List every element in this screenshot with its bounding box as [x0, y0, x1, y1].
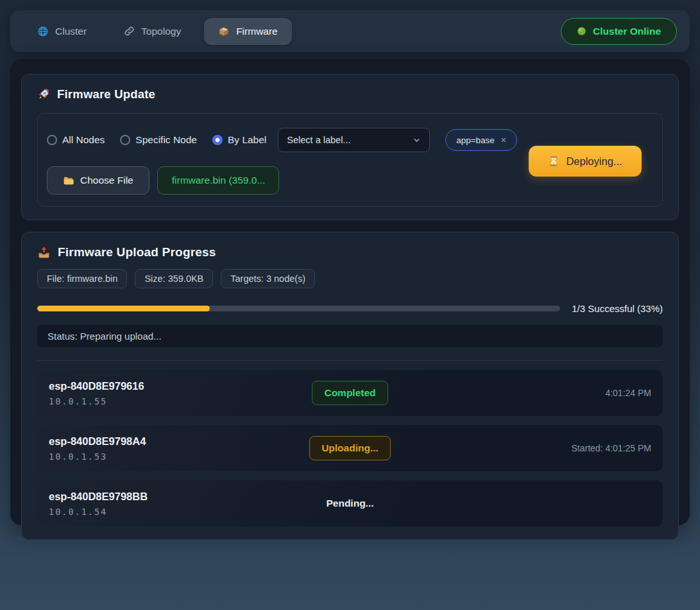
radio-specific-node-label: Specific Node [135, 134, 197, 146]
node-name: esp-840D8E979616 [49, 380, 250, 392]
chevron-down-icon [413, 136, 421, 144]
radio-specific-node-dot[interactable] [120, 135, 130, 145]
deploy-form-panel: All Nodes Specific Node By Label Select … [37, 113, 663, 207]
node-status-badge: Completed [312, 381, 388, 405]
radio-all-nodes-dot[interactable] [47, 135, 57, 145]
node-row-3: esp-840D8E9798BB 10.0.1.54 Pending... [37, 480, 663, 527]
meta-file-badge: File: firmware.bin [37, 269, 127, 288]
firmware-update-title: Firmware Update [37, 87, 663, 101]
outbox-tray-icon [37, 246, 51, 259]
upload-progress-title: Firmware Upload Progress [37, 245, 663, 259]
choose-file-button[interactable]: Choose File [47, 166, 149, 195]
node-ip: 10.0.1.54 [49, 507, 250, 517]
tab-cluster-label: Cluster [55, 26, 87, 37]
upload-status-message: Status: Preparing upload... [37, 325, 663, 347]
radio-all-nodes-label: All Nodes [62, 134, 105, 146]
deploy-button-label: Deploying... [566, 155, 622, 168]
meta-size-badge: Size: 359.0KB [135, 269, 213, 288]
top-nav: Cluster Topology Firmware [10, 10, 690, 52]
cluster-status-label: Cluster Online [593, 26, 661, 37]
radio-by-label[interactable]: By Label [212, 134, 266, 146]
target-mode-row: All Nodes Specific Node By Label Select … [47, 128, 517, 152]
label-tag-chip[interactable]: app=base × [445, 129, 517, 151]
label-tag-text: app=base [456, 135, 495, 145]
divider [37, 360, 663, 361]
node-row-2: esp-840D8E9798A4 10.0.1.53 Uploading... … [37, 425, 663, 471]
node-2-info: esp-840D8E9798A4 10.0.1.53 [49, 435, 250, 462]
upload-progress-title-text: Firmware Upload Progress [58, 245, 216, 259]
radio-by-label-label: By Label [228, 134, 266, 146]
node-status-badge: Uploading... [309, 436, 391, 460]
cluster-status-badge[interactable]: Cluster Online [561, 18, 677, 45]
meta-targets-badge: Targets: 3 node(s) [221, 269, 315, 288]
file-row: Choose File firmware.bin (359.0... [47, 166, 517, 195]
deploy-button[interactable]: Deploying... [529, 146, 642, 177]
package-icon [218, 26, 230, 37]
radio-specific-node[interactable]: Specific Node [120, 134, 197, 146]
tab-firmware-label: Firmware [236, 26, 278, 37]
label-select-dropdown[interactable]: Select a label... [278, 128, 430, 152]
label-select-placeholder: Select a label... [287, 135, 350, 145]
progress-label: 1/3 Successful (33%) [572, 303, 663, 314]
firmware-update-title-text: Firmware Update [57, 87, 155, 101]
radio-by-label-dot[interactable] [212, 135, 223, 145]
nav-tabs: Cluster Topology Firmware [23, 18, 292, 45]
progress-row: 1/3 Successful (33%) [37, 303, 663, 314]
tab-firmware[interactable]: Firmware [204, 18, 292, 45]
folder-icon [63, 175, 74, 186]
deploy-form-fields: All Nodes Specific Node By Label Select … [47, 128, 517, 195]
upload-meta-row: File: firmware.bin Size: 359.0KB Targets… [37, 269, 663, 288]
progress-bar-fill [37, 306, 210, 311]
hourglass-icon [548, 155, 559, 167]
node-time: 4:01:24 PM [605, 388, 651, 398]
globe-icon [37, 26, 49, 37]
radio-all-nodes[interactable]: All Nodes [47, 134, 105, 146]
selected-file-button[interactable]: firmware.bin (359.0... [157, 166, 279, 195]
node-ip: 10.0.1.53 [49, 451, 250, 462]
firmware-update-card: Firmware Update All Nodes Specific Node … [21, 74, 679, 220]
link-icon [124, 26, 135, 37]
progress-bar [37, 306, 560, 311]
rocket-icon [37, 88, 50, 101]
tab-cluster[interactable]: Cluster [23, 18, 101, 45]
node-row-1: esp-840D8E979616 10.0.1.55 Completed 4:0… [37, 370, 663, 416]
green-dot-icon [577, 26, 586, 36]
choose-file-label: Choose File [80, 175, 133, 186]
tab-topology-label: Topology [141, 26, 181, 37]
tab-topology[interactable]: Topology [110, 18, 195, 45]
node-3-info: esp-840D8E9798BB 10.0.1.54 [49, 491, 250, 517]
node-1-info: esp-840D8E979616 10.0.1.55 [49, 380, 250, 406]
upload-progress-card: Firmware Upload Progress File: firmware.… [21, 232, 679, 540]
node-name: esp-840D8E9798A4 [49, 435, 250, 448]
label-tag-remove-icon[interactable]: × [501, 135, 506, 145]
node-ip: 10.0.1.55 [49, 396, 250, 406]
node-name: esp-840D8E9798BB [49, 491, 250, 503]
main-content: Firmware Update All Nodes Specific Node … [10, 59, 690, 525]
node-status-text: Pending... [326, 498, 373, 509]
node-time: Started: 4:01:25 PM [571, 443, 651, 453]
